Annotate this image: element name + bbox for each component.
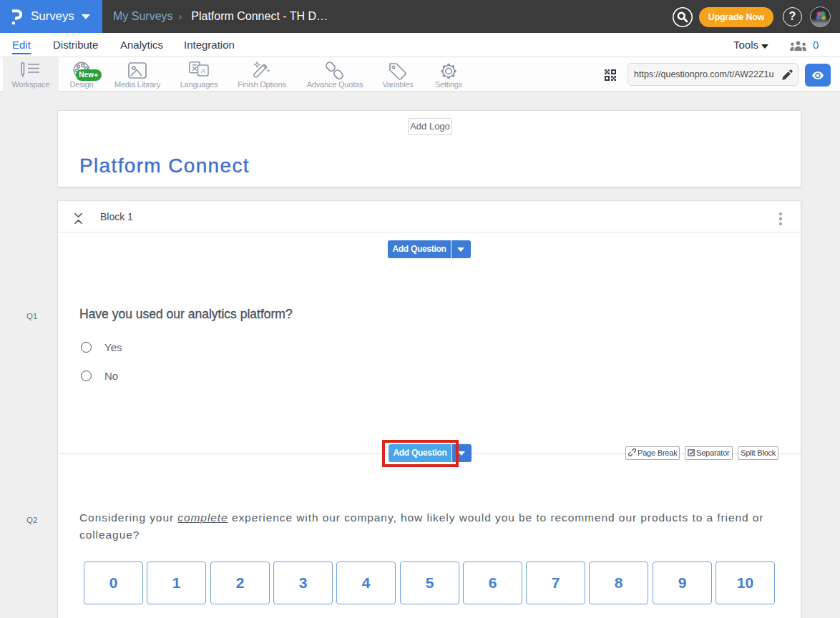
svg-text:A: A xyxy=(201,67,206,74)
